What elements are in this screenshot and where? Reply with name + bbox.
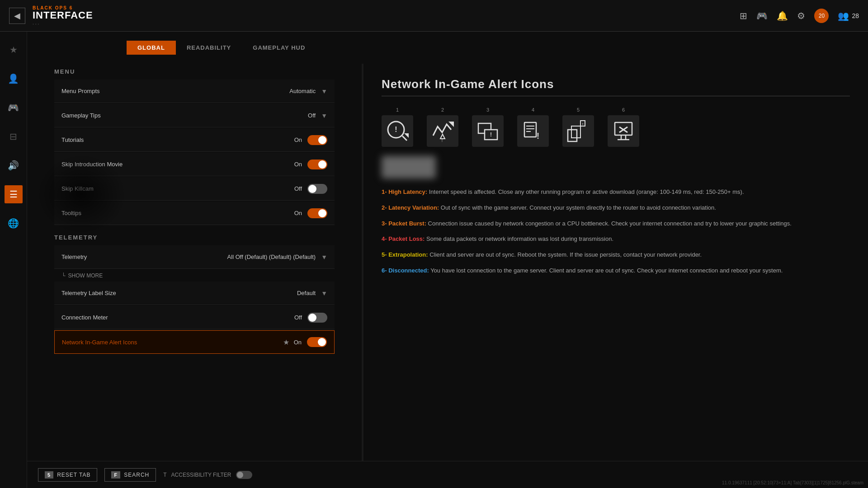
svg-text:!: ! bbox=[395, 126, 397, 133]
icon-num-2: 2 bbox=[441, 107, 444, 113]
network-icon-3: 3 ! bbox=[472, 107, 504, 147]
setting-row-connection-meter: Connection Meter Off bbox=[54, 306, 335, 329]
high-latency-icon: ! bbox=[382, 115, 413, 147]
skip-intro-label: Skip Introduction Movie bbox=[61, 161, 294, 168]
desc-label-1: 1- High Latency: bbox=[382, 188, 427, 195]
blurred-element bbox=[382, 156, 436, 178]
dropdown-arrow-icon[interactable]: ▼ bbox=[321, 290, 327, 297]
setting-row-skip-intro: Skip Introduction Movie On bbox=[54, 153, 335, 176]
search-button[interactable]: F SEARCH bbox=[104, 468, 156, 482]
svg-rect-18 bbox=[615, 122, 632, 135]
show-more-button[interactable]: └ SHOW MORE bbox=[54, 270, 335, 282]
search-label: SEARCH bbox=[124, 472, 149, 478]
controller-icon[interactable]: 🎮 bbox=[756, 10, 768, 21]
setting-row-tutorials: Tutorials On bbox=[54, 128, 335, 152]
dropdown-arrow-icon[interactable]: ▼ bbox=[321, 112, 327, 119]
info-desc-6: 6- Disconnected: You have lost connectio… bbox=[382, 266, 850, 276]
skip-intro-toggle[interactable] bbox=[307, 160, 327, 169]
svg-rect-14 bbox=[568, 130, 577, 141]
accessibility-key: T bbox=[163, 472, 166, 478]
icon-num-3: 3 bbox=[486, 107, 489, 113]
network-icon-6: 6 bbox=[608, 107, 639, 147]
icon-num-5: 5 bbox=[577, 107, 580, 113]
tab-gameplay-hud[interactable]: GAMEPLAY HUD bbox=[242, 41, 316, 55]
settings-icon[interactable]: ⚙ bbox=[797, 10, 805, 21]
network-icon-5: 5 ! bbox=[562, 107, 594, 147]
menu-prompts-value: Automatic bbox=[289, 88, 316, 94]
network-alert-toggle[interactable] bbox=[307, 337, 327, 347]
accessibility-filter-toggle[interactable]: T ACCESSIBILITY FILTER bbox=[163, 471, 252, 479]
toggle-knob bbox=[318, 160, 326, 169]
packet-loss-icon: ! bbox=[517, 115, 549, 147]
dropdown-arrow-icon[interactable]: ▼ bbox=[321, 253, 327, 261]
sidebar-item-network[interactable]: 🌐 bbox=[5, 214, 23, 232]
user-level: 20 bbox=[819, 13, 825, 19]
packet-burst-icon: ! bbox=[472, 115, 504, 147]
network-icon: 🌐 bbox=[8, 218, 19, 229]
tab-readability[interactable]: READABILITY bbox=[176, 41, 242, 55]
toggle-knob bbox=[318, 136, 326, 144]
skip-intro-value: On bbox=[294, 161, 302, 168]
tooltips-toggle[interactable] bbox=[307, 208, 327, 218]
reset-key: 5 bbox=[45, 471, 53, 479]
bell-icon[interactable]: 🔔 bbox=[777, 10, 788, 21]
grid-icon[interactable]: ⊞ bbox=[740, 10, 747, 21]
sidebar-item-controller[interactable]: 🎮 bbox=[5, 99, 23, 117]
desc-label-3: 3- Packet Burst: bbox=[382, 220, 426, 227]
interface-icon: ☰ bbox=[9, 189, 18, 200]
sidebar-item-audio[interactable]: 🔊 bbox=[5, 156, 23, 174]
back-button[interactable]: ◀ bbox=[9, 8, 25, 24]
info-desc-3: 3- Packet Burst: Connection issue caused… bbox=[382, 219, 850, 229]
accessibility-switch[interactable] bbox=[236, 471, 252, 479]
setting-row-network-alert-icons: Network In-Game Alert Icons ★ On bbox=[54, 330, 335, 354]
connection-meter-toggle[interactable] bbox=[307, 313, 327, 323]
tutorials-toggle[interactable] bbox=[307, 135, 327, 145]
disconnected-icon bbox=[608, 115, 639, 147]
telemetry-value: All Off (Default) (Default) (Default) bbox=[227, 253, 316, 260]
logo-sub: ... bbox=[33, 21, 93, 25]
tutorials-value: On bbox=[294, 136, 302, 143]
tooltips-value: On bbox=[294, 210, 302, 216]
tab-global[interactable]: GLOBAL bbox=[127, 41, 176, 55]
content-area: MENU Menu Prompts Automatic ▼ Gameplay T… bbox=[27, 64, 868, 488]
friends-count: 28 bbox=[852, 12, 859, 19]
svg-marker-2 bbox=[404, 133, 409, 138]
sidebar: ★ 👤 🎮 ⊟ 🔊 ☰ 🌐 bbox=[0, 32, 27, 488]
telemetry-label-size-label: Telemetry Label Size bbox=[61, 290, 297, 296]
accessibility-knob bbox=[237, 472, 243, 478]
skip-killcam-toggle[interactable] bbox=[307, 184, 327, 194]
controller-icon: 🎮 bbox=[8, 102, 19, 113]
profile-icon: 👤 bbox=[8, 73, 19, 84]
dropdown-arrow-icon[interactable]: ▼ bbox=[321, 88, 327, 95]
friends-icon[interactable]: 👥 bbox=[838, 10, 849, 21]
desc-text-1: Internet speed is affected. Close any ot… bbox=[429, 188, 744, 195]
setting-row-skip-killcam: Skip Killcam Off bbox=[54, 177, 335, 201]
reset-tab-label: RESET TAB bbox=[57, 472, 90, 478]
reset-tab-button[interactable]: 5 RESET TAB bbox=[38, 468, 97, 482]
sidebar-item-favorites[interactable]: ★ bbox=[5, 41, 23, 59]
extrapolation-icon: ! bbox=[562, 115, 594, 147]
show-more-label: SHOW MORE bbox=[68, 272, 103, 279]
menu-section-title: MENU bbox=[54, 68, 335, 75]
svg-text:!: ! bbox=[442, 138, 443, 142]
info-desc-2: 2- Latency Variation: Out of sync with t… bbox=[382, 203, 850, 213]
settings-panel: MENU Menu Prompts Automatic ▼ Gameplay T… bbox=[27, 64, 362, 488]
desc-label-2: 2- Latency Variation: bbox=[382, 204, 439, 211]
sidebar-item-interface[interactable]: ☰ bbox=[5, 185, 23, 203]
network-icon-4: 4 ! bbox=[517, 107, 549, 147]
skip-killcam-label: Skip Killcam bbox=[61, 185, 294, 192]
toggle-knob bbox=[308, 314, 316, 322]
desc-text-3: Connection issue caused by network conge… bbox=[428, 220, 792, 227]
svg-text:!: ! bbox=[537, 131, 539, 141]
telemetry-section-title: TELEMETRY bbox=[54, 234, 335, 241]
sidebar-item-profile[interactable]: 👤 bbox=[5, 70, 23, 88]
setting-row-telemetry-label-size: Telemetry Label Size Default ▼ bbox=[54, 282, 335, 305]
icon-num-6: 6 bbox=[622, 107, 625, 113]
setting-row-telemetry: Telemetry All Off (Default) (Default) (D… bbox=[54, 245, 335, 269]
desc-label-5: 5- Extrapolation: bbox=[382, 251, 428, 258]
toggle-knob bbox=[308, 185, 316, 193]
favorite-star-icon[interactable]: ★ bbox=[283, 338, 289, 347]
topbar: ◀ BLACK OPS 6 INTERFACE ... ⊞ 🎮 🔔 ⚙ 20 👥… bbox=[0, 0, 868, 32]
desc-text-6: You have lost connection to the game ser… bbox=[430, 267, 783, 274]
sidebar-item-display[interactable]: ⊟ bbox=[5, 127, 23, 145]
